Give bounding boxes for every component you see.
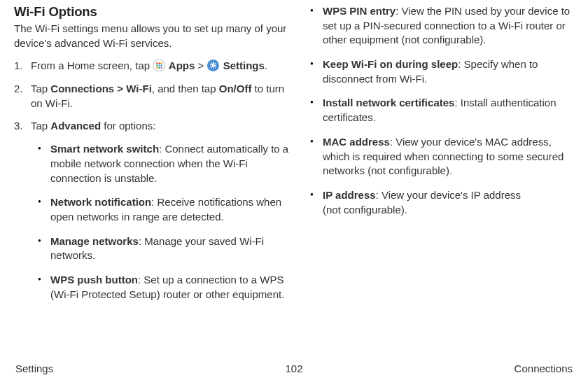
intro-paragraph: The Wi-Fi settings menu allows you to se… <box>14 22 289 50</box>
option-name: WPS PIN entry <box>323 5 396 17</box>
bold-text: Connections > Wi-Fi <box>50 83 151 94</box>
list-item: Keep Wi-Fi on during sleep: Specify when… <box>306 57 581 86</box>
option-name: Manage networks <box>50 235 139 247</box>
list-item: WPS PIN entry: View the PIN used by your… <box>306 4 581 48</box>
svg-point-8 <box>159 67 160 69</box>
option-name: WPS push button <box>50 274 138 286</box>
bold-text: Advanced <box>50 120 101 132</box>
right-bullet-list: WPS PIN entry: View the PIN used by your… <box>306 4 581 217</box>
steps-list: From a Home screen, tap Apps > Settings.… <box>14 59 289 302</box>
left-column: Wi-Fi Options The Wi-Fi settings menu al… <box>14 4 289 347</box>
option-name: MAC address <box>323 136 390 148</box>
right-column: WPS PIN entry: View the PIN used by your… <box>306 4 581 347</box>
option-name: IP address <box>323 189 376 201</box>
svg-point-1 <box>156 62 158 64</box>
svg-point-3 <box>161 62 162 64</box>
step-text: Tap <box>31 120 50 132</box>
step-1: From a Home screen, tap Apps > Settings. <box>14 59 289 73</box>
step-text: for options: <box>101 120 155 132</box>
apps-label: Apps <box>166 59 195 71</box>
bold-text: On/Off <box>219 83 252 94</box>
list-item: Smart network switch: Connect automatica… <box>31 142 289 185</box>
step-suffix: . <box>265 59 267 71</box>
section-heading: Wi-Fi Options <box>14 4 289 20</box>
settings-icon <box>207 59 219 71</box>
svg-point-9 <box>161 67 162 69</box>
list-item: Install network certificates: Install au… <box>306 96 581 125</box>
step-text: Tap <box>31 83 50 94</box>
option-name: Keep Wi-Fi on during sleep <box>323 58 458 70</box>
settings-label: Settings <box>220 59 264 71</box>
page-footer: Settings 102 Connections <box>0 363 588 374</box>
list-item: MAC address: View your device's MAC addr… <box>306 135 581 178</box>
step-2: Tap Connections > Wi-Fi, and then tap On… <box>14 82 289 111</box>
svg-point-4 <box>156 65 158 66</box>
footer-left: Settings <box>15 363 53 374</box>
svg-point-5 <box>159 65 160 66</box>
separator: > <box>195 59 206 71</box>
svg-point-2 <box>159 62 160 64</box>
svg-point-7 <box>156 67 158 69</box>
option-name: Install network certificates <box>323 97 454 108</box>
step-text: , and then tap <box>152 83 219 94</box>
list-item: Manage networks: Manage your saved Wi-Fi… <box>31 234 289 263</box>
list-item: Network notification: Receive notificati… <box>31 195 289 224</box>
page-number: 102 <box>285 363 302 374</box>
step-3: Tap Advanced for options: Smart network … <box>14 119 289 302</box>
option-name: Network notification <box>50 196 151 208</box>
list-item: IP address: View your device's IP addres… <box>306 188 581 217</box>
apps-icon <box>153 59 165 71</box>
list-item: WPS push button: Set up a connection to … <box>31 273 289 302</box>
step-text: From a Home screen, tap <box>31 59 153 71</box>
left-bullet-list: Smart network switch: Connect automatica… <box>31 142 289 302</box>
footer-right: Connections <box>514 363 573 374</box>
svg-point-6 <box>161 65 162 66</box>
option-name: Smart network switch <box>50 143 159 155</box>
